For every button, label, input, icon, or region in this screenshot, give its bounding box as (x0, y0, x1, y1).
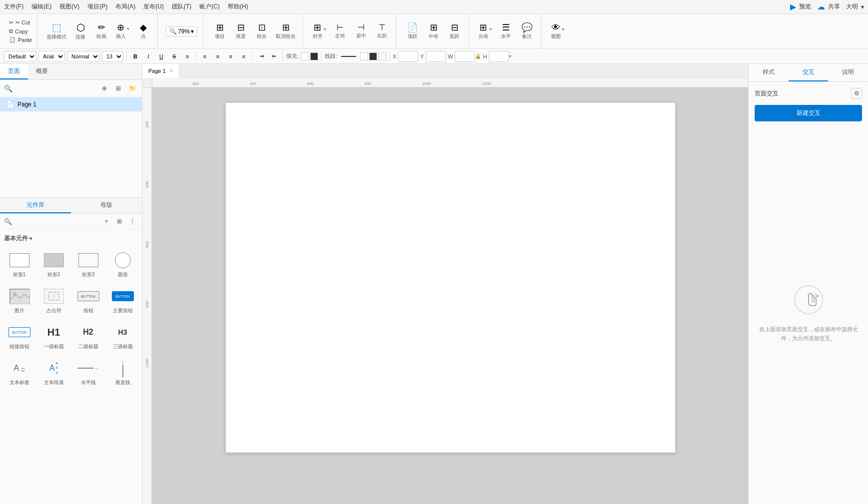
paste-btn[interactable]: 📋 Paste (8, 36, 33, 43)
user-area[interactable]: 大明 ▾ (846, 2, 864, 11)
group-tool[interactable]: ⊞ 项目 (210, 21, 230, 42)
menu-publish[interactable]: 发布(U) (143, 2, 164, 11)
zoom-control[interactable]: 🔍 79% ▾ (166, 26, 197, 36)
component-h2[interactable]: H2 二级标题 (73, 320, 103, 352)
menu-project[interactable]: 项目(P) (87, 2, 107, 11)
page-search-input[interactable] (15, 83, 96, 94)
component-h1[interactable]: H1 一级标题 (38, 320, 69, 352)
font-select[interactable]: Arial (38, 51, 65, 62)
component-textarea[interactable]: A ≡≡≡ 文本段落 (38, 356, 69, 388)
point-tool[interactable]: ◆ 点 (133, 21, 153, 42)
component-linkbtn[interactable]: BUTTON 链接按钮 (4, 320, 34, 352)
share-btn[interactable]: ☁ 共享 (817, 2, 840, 11)
align-right-tool[interactable]: ⊤ 右距 (372, 21, 392, 41)
tab-interact[interactable]: 交互 (789, 64, 829, 81)
vision-tool[interactable]: 👁 视图 ▾ (547, 21, 567, 42)
canvas-tab-close[interactable]: × (170, 68, 173, 73)
select-tool[interactable]: ⬚ 选择模式 (43, 20, 69, 42)
page-view-btn[interactable]: ⊞ (113, 83, 124, 94)
new-interaction-btn[interactable]: 新建交互 (755, 105, 862, 121)
component-image[interactable]: 图片 (4, 284, 34, 316)
copy-btn[interactable]: ⧉ Copy (8, 27, 29, 35)
menu-edit[interactable]: 编辑(E) (31, 2, 51, 11)
ungroup-tool[interactable]: ⊞ 取消组合 (273, 21, 299, 42)
page-interaction-settings[interactable]: ⚙ (851, 88, 862, 99)
align-center-tool[interactable]: ⊣ 居中 (351, 21, 371, 41)
style-select[interactable]: Default (4, 51, 36, 62)
w-input[interactable] (455, 51, 475, 62)
weight-select[interactable]: Normal (67, 51, 100, 62)
component-button[interactable]: BUTTON 按钮 (73, 284, 103, 316)
align-left-tool[interactable]: ⊢ 左对 (330, 21, 350, 41)
stroke-color3[interactable] (378, 52, 386, 60)
draw-tool[interactable]: ✏ 绘画 (91, 21, 111, 42)
bold-btn[interactable]: B (130, 51, 141, 62)
menu-layout[interactable]: 布局(A) (115, 2, 135, 11)
page-tool[interactable]: 📄 顶距 (403, 21, 423, 42)
connect-tool[interactable]: ⬡ 连接 (70, 20, 90, 42)
canvas-tab-page1[interactable]: Page 1 × (142, 64, 179, 78)
component-hline[interactable]: ↔ 水平线 (73, 356, 103, 388)
menu-view[interactable]: 视图(V) (59, 2, 79, 11)
stroke-color2[interactable] (369, 52, 377, 60)
underline-btn[interactable]: U (156, 51, 167, 62)
annotate-tool[interactable]: 💬 备注 (517, 21, 537, 42)
align-tool[interactable]: ⊞ 对齐 ▾ (309, 21, 329, 42)
align-right-btn[interactable]: ≡ (225, 51, 236, 62)
h-level-tool[interactable]: ☰ 水平 (496, 21, 516, 42)
size-select[interactable]: 13 (102, 51, 123, 62)
component-view-btn[interactable]: ⊞ (114, 216, 125, 227)
component-circle[interactable]: 圆形 (107, 248, 138, 280)
y-input[interactable] (426, 51, 446, 62)
align-center-btn[interactable]: ≡ (212, 51, 223, 62)
cut-btn[interactable]: ✂ ✂ Cut (8, 19, 31, 26)
distribute-h-tool[interactable]: ⊞ 分布 ▾ (475, 21, 495, 42)
component-h3[interactable]: H3 三级标题 (107, 320, 138, 352)
tab-pages[interactable]: 页面 (0, 64, 28, 79)
list-btn[interactable]: ≡ (182, 51, 193, 62)
page-folder-btn[interactable]: 📁 (127, 83, 138, 94)
component-rect2[interactable]: 矩形2 (38, 248, 69, 280)
indent-btn[interactable]: ⇥ (256, 51, 267, 62)
h-input[interactable] (489, 51, 509, 62)
component-rect3[interactable]: 矩形3 (73, 248, 103, 280)
w-lock[interactable]: 🔒 (475, 53, 481, 59)
fill-color[interactable] (301, 52, 309, 60)
add-component-btn[interactable]: + (101, 216, 112, 227)
outdent-btn[interactable]: ⇤ (269, 51, 280, 62)
menu-team[interactable]: 团队(T) (172, 2, 191, 11)
tab-notes[interactable]: 说明 (828, 64, 868, 81)
menu-file[interactable]: 文件(F) (4, 2, 23, 11)
right-panel-content: 页面交互 ⚙ 新建交互 (749, 82, 868, 504)
component-placeholder[interactable]: + 占位符 (38, 284, 69, 316)
component-search-input[interactable] (14, 216, 99, 226)
strikethrough-btn[interactable]: S (169, 51, 180, 62)
italic-btn[interactable]: I (143, 51, 154, 62)
combine-tool[interactable]: ⊡ 组合 (252, 21, 272, 42)
page-item-page1[interactable]: 📄 Page 1 (0, 97, 142, 111)
preview-btn[interactable]: ▶ 预览 (790, 2, 811, 11)
tab-library[interactable]: 元件库 (0, 198, 71, 213)
tab-master[interactable]: 母版 (71, 198, 142, 213)
menu-help[interactable]: 帮助(H) (228, 2, 248, 11)
bottom-tool[interactable]: ⊟ 底距 (444, 21, 464, 42)
component-more-btn[interactable]: ⋮ (127, 216, 138, 227)
align-justify-btn[interactable]: ≡ (238, 51, 249, 62)
tab-style[interactable]: 样式 (749, 64, 789, 81)
component-vline[interactable]: ↕ 垂直线 (107, 356, 138, 388)
h-lock[interactable]: ▾ (509, 53, 511, 59)
menu-account[interactable]: 账户(C) (199, 2, 220, 11)
stroke-color[interactable] (360, 52, 368, 60)
canvas[interactable] (152, 88, 748, 504)
align-left-btn[interactable]: ≡ (199, 51, 210, 62)
add-page-btn[interactable]: ⊕ (99, 83, 110, 94)
fill-color2[interactable] (310, 52, 318, 60)
distribute-tool[interactable]: ⊟ 填度 (231, 21, 251, 42)
component-rect1[interactable]: 矩形1 (4, 248, 34, 280)
insert-tool[interactable]: ⊕ 插入 ▾ (112, 21, 132, 42)
component-primarybtn[interactable]: BUTTON 主要按钮 (107, 284, 138, 316)
tab-outline[interactable]: 概要 (28, 64, 56, 79)
x-input[interactable] (398, 51, 418, 62)
center-tool[interactable]: ⊞ 中布 (424, 21, 443, 42)
component-textlabel[interactable]: A ─ 文本标签 (4, 356, 34, 388)
